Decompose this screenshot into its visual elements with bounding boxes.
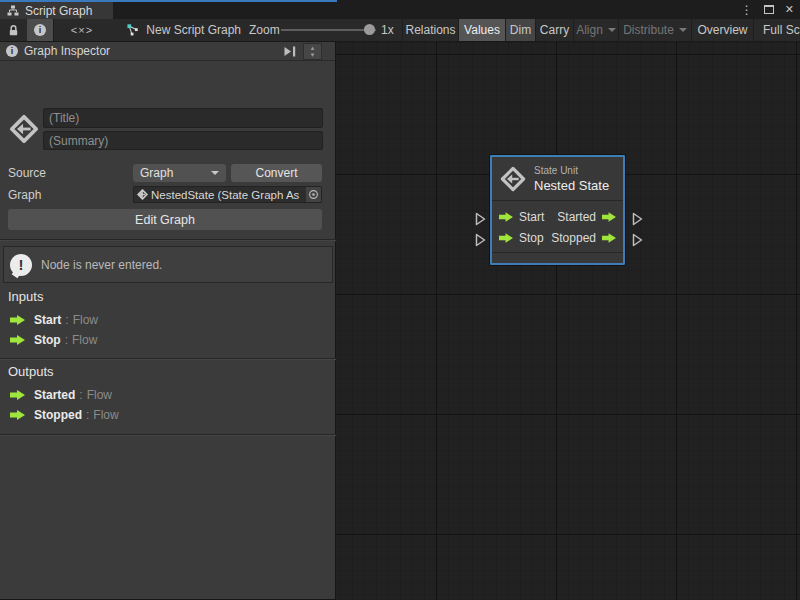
port-separator: : [86, 408, 89, 422]
tab-strip: Script Graph ⋮ ✕ [0, 0, 800, 19]
title-field[interactable] [43, 108, 323, 128]
port-type: Flow [87, 388, 112, 402]
align-dropdown[interactable]: Align [573, 19, 618, 41]
graph-inspector-title: Graph Inspector [24, 44, 110, 58]
new-script-graph-button[interactable]: New Script Graph [127, 19, 241, 41]
dim-label: Dim [510, 23, 531, 37]
flow-arrow-icon [10, 315, 25, 325]
relations-label: Relations [405, 23, 455, 37]
full-screen-button[interactable]: Full Screen [753, 19, 800, 41]
zoom-slider-track[interactable] [281, 29, 376, 31]
source-label: Source [8, 166, 46, 180]
toggle-values[interactable]: Values [458, 19, 505, 41]
flow-output-port[interactable] [602, 212, 616, 222]
input-port-row: Start : Flow [10, 313, 98, 327]
edit-graph-button[interactable]: Edit Graph [8, 209, 322, 230]
lock-button[interactable] [0, 19, 27, 41]
warning-icon: ! [10, 254, 32, 276]
window-menu-icon[interactable]: ⋮ [741, 4, 753, 16]
node-ports: Start Started Stop Stopped [492, 201, 623, 252]
chevron-down-icon [211, 171, 219, 175]
close-icon[interactable]: ✕ [785, 4, 794, 15]
lock-icon [7, 24, 20, 37]
sidebar-collapse-icon[interactable] [283, 45, 297, 58]
new-script-graph-label: New Script Graph [146, 23, 241, 37]
port-name: Started [34, 388, 75, 402]
inspector-toggle-button[interactable]: i [27, 19, 53, 41]
node-port-row: Stop Stopped [492, 227, 623, 248]
maximize-icon[interactable] [764, 5, 774, 14]
graph-field-label: Graph [8, 188, 41, 202]
external-output-connector[interactable] [632, 233, 643, 247]
input-port-row: Stop : Flow [10, 333, 97, 347]
flow-input-port[interactable] [499, 233, 513, 243]
tab-label: Script Graph [25, 4, 92, 18]
zoom-label: Zoom [249, 19, 280, 41]
tab-script-graph[interactable]: Script Graph [0, 2, 113, 19]
edit-graph-label: Edit Graph [135, 213, 195, 227]
code-view-button[interactable]: <×> [53, 19, 110, 41]
external-input-connector[interactable] [475, 212, 486, 226]
graph-canvas[interactable]: State Unit Nested State Start Started St… [336, 42, 800, 600]
graph-object-field[interactable]: NestedState (State Graph As [133, 186, 322, 203]
zoom-value: 1x [381, 19, 394, 41]
overview-button[interactable]: Overview [691, 19, 753, 41]
external-input-connector[interactable] [475, 233, 486, 247]
port-separator: : [65, 333, 68, 347]
state-unit-icon [9, 111, 39, 147]
flow-input-port[interactable] [499, 212, 513, 222]
graph-inspector-panel: i Graph Inspector ▲ ▼ Source Graph Conve… [0, 42, 336, 600]
graph-object-value: NestedState (State Graph As [151, 189, 299, 201]
warning-box: ! Node is never entered. [3, 246, 333, 283]
node-output-group: Started [557, 210, 616, 224]
window-controls: ⋮ ✕ [741, 0, 794, 19]
object-picker-button[interactable] [306, 187, 321, 202]
port-separator: : [65, 313, 68, 327]
node-output-label: Stopped [551, 231, 596, 245]
flow-output-port[interactable] [602, 233, 616, 243]
toggle-carry[interactable]: Carry [535, 19, 573, 41]
distribute-label: Distribute [623, 23, 674, 37]
external-output-connector[interactable] [632, 212, 643, 226]
inputs-heading: Inputs [8, 289, 43, 304]
port-name: Start [34, 313, 61, 327]
values-label: Values [464, 23, 500, 37]
port-type: Flow [73, 313, 98, 327]
state-unit-icon [500, 166, 526, 192]
zoom-slider-handle[interactable] [364, 24, 375, 35]
port-type: Flow [72, 333, 97, 347]
object-picker-icon [308, 189, 319, 200]
full-screen-label: Full Screen [763, 23, 800, 37]
toggle-dim[interactable]: Dim [505, 19, 535, 41]
toggle-relations[interactable]: Relations [402, 19, 458, 41]
node-nested-state[interactable]: State Unit Nested State Start Started St… [490, 155, 625, 265]
align-label: Align [576, 23, 603, 37]
chevron-down-icon [679, 28, 687, 32]
info-icon: i [34, 24, 46, 36]
port-type: Flow [93, 408, 118, 422]
divider [0, 239, 336, 240]
output-port-row: Stopped : Flow [10, 408, 119, 422]
node-kind-label: State Unit [534, 165, 609, 176]
convert-button[interactable]: Convert [231, 164, 322, 182]
code-icon: <×> [71, 24, 93, 36]
stepper-up-icon[interactable]: ▲ [310, 45, 316, 52]
summary-field[interactable] [43, 131, 323, 150]
node-footer [492, 252, 623, 262]
panel-stepper[interactable]: ▲ ▼ [303, 43, 322, 60]
node-input-label: Start [519, 210, 544, 224]
node-header-text: State Unit Nested State [534, 165, 609, 193]
flow-arrow-icon [10, 390, 25, 400]
source-dropdown[interactable]: Graph [133, 164, 226, 182]
port-name: Stopped [34, 408, 82, 422]
stepper-down-icon[interactable]: ▼ [310, 52, 316, 59]
graph-toolbar: i <×> New Script Graph Zoom 1x Relations… [0, 19, 800, 42]
port-separator: : [79, 388, 82, 402]
node-header[interactable]: State Unit Nested State [492, 157, 623, 201]
carry-label: Carry [540, 23, 569, 37]
distribute-dropdown[interactable]: Distribute [618, 19, 691, 41]
flow-arrow-icon [10, 410, 25, 420]
node-output-label: Started [557, 210, 596, 224]
divider [0, 358, 336, 359]
outputs-heading: Outputs [8, 364, 54, 379]
